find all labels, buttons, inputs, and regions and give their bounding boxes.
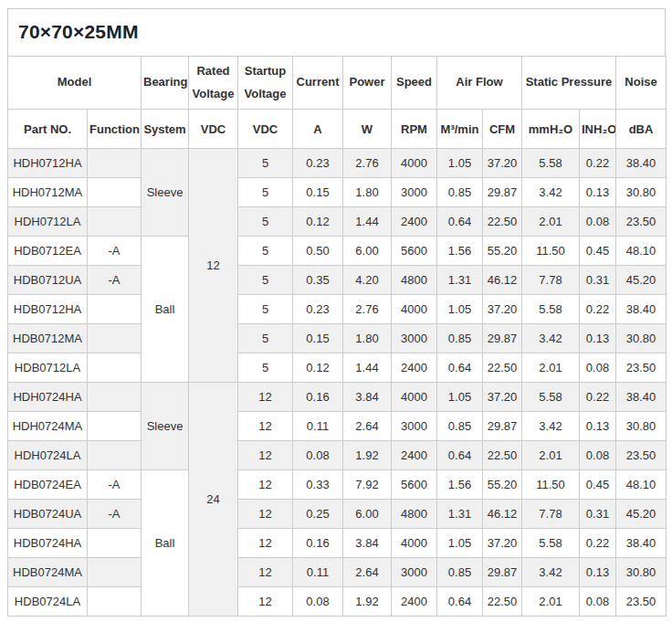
- startup-voltage-cell: 12: [238, 383, 293, 412]
- speed-cell: 3000: [392, 558, 437, 587]
- speed-cell: 4000: [392, 295, 437, 324]
- startup-voltage-cell: 5: [238, 266, 293, 295]
- static-pressure-mmh2o-cell: 3.42: [522, 558, 580, 587]
- airflow-cfm-cell: 46.12: [483, 500, 522, 529]
- static-pressure-mmh2o-cell: 11.50: [522, 470, 580, 500]
- column-header: mmH₂O: [522, 110, 580, 149]
- static-pressure-inh2o-cell: 0.13: [580, 324, 616, 353]
- current-cell: 0.16: [293, 383, 343, 412]
- static-pressure-inh2o-cell: 0.08: [580, 441, 616, 470]
- noise-cell: 38.40: [616, 529, 667, 558]
- function-cell: [88, 529, 142, 558]
- current-cell: 0.12: [293, 353, 343, 383]
- airflow-cfm-cell: 22.50: [483, 353, 522, 383]
- static-pressure-inh2o-cell: 0.31: [580, 266, 616, 295]
- noise-cell: 23.50: [616, 207, 667, 237]
- noise-cell: 30.80: [616, 178, 667, 207]
- current-cell: 0.35: [293, 266, 343, 295]
- power-cell: 1.80: [343, 178, 392, 207]
- startup-voltage-cell: 12: [238, 500, 293, 529]
- function-cell: -A: [88, 470, 142, 500]
- airflow-m3min-cell: 0.85: [437, 178, 483, 207]
- power-cell: 2.64: [343, 412, 392, 441]
- column-group-header: Air Flow: [437, 57, 522, 110]
- part-no-cell: HDH0724LA: [8, 441, 88, 470]
- speed-cell: 4800: [392, 500, 437, 529]
- part-no-cell: HDH0724MA: [8, 412, 88, 441]
- static-pressure-inh2o-cell: 0.13: [580, 558, 616, 587]
- speed-cell: 5600: [392, 470, 437, 500]
- power-cell: 2.64: [343, 558, 392, 587]
- current-cell: 0.11: [293, 412, 343, 441]
- bearing-system-cell: Ball: [142, 237, 189, 383]
- table-row: HDH0724LA120.081.9224000.6422.502.010.08…: [8, 441, 667, 470]
- function-cell: -A: [88, 266, 142, 295]
- static-pressure-inh2o-cell: 0.22: [580, 295, 616, 324]
- column-group-header: Rated Voltage: [189, 57, 238, 110]
- static-pressure-mmh2o-cell: 3.42: [522, 178, 580, 207]
- airflow-cfm-cell: 29.87: [483, 412, 522, 441]
- airflow-cfm-cell: 22.50: [483, 587, 522, 617]
- noise-cell: 23.50: [616, 587, 667, 617]
- function-cell: [88, 412, 142, 441]
- column-header: M³/min: [437, 110, 483, 149]
- airflow-m3min-cell: 1.05: [437, 529, 483, 558]
- table-row: HDH0724HASleeve24120.163.8440001.0537.20…: [8, 383, 667, 412]
- noise-cell: 23.50: [616, 353, 667, 383]
- part-no-cell: HDB0712MA: [8, 324, 88, 353]
- speed-cell: 3000: [392, 324, 437, 353]
- spec-panel: 70×70×25MM ModelBearingRated VoltageStar…: [7, 8, 666, 617]
- part-no-cell: HDH0724HA: [8, 383, 88, 412]
- airflow-m3min-cell: 0.85: [437, 324, 483, 353]
- static-pressure-inh2o-cell: 0.08: [580, 587, 616, 617]
- column-header: W: [343, 110, 392, 149]
- table-row: HDB0724UA-A120.256.0048001.3146.127.780.…: [8, 500, 667, 529]
- noise-cell: 48.10: [616, 237, 667, 266]
- noise-cell: 30.80: [616, 412, 667, 441]
- table-row: HDB0724EA-ABall120.337.9256001.5655.2011…: [8, 470, 667, 500]
- function-cell: [88, 178, 142, 207]
- static-pressure-mmh2o-cell: 2.01: [522, 207, 580, 237]
- static-pressure-inh2o-cell: 0.13: [580, 412, 616, 441]
- part-no-cell: HDB0724EA: [8, 470, 88, 500]
- noise-cell: 30.80: [616, 324, 667, 353]
- column-header: VDC: [189, 110, 238, 149]
- column-group-header: Speed: [392, 57, 437, 110]
- table-row: HDB0712MA50.151.8030000.8529.873.420.133…: [8, 324, 667, 353]
- speed-cell: 3000: [392, 178, 437, 207]
- speed-cell: 2400: [392, 441, 437, 470]
- power-cell: 4.20: [343, 266, 392, 295]
- speed-cell: 4000: [392, 529, 437, 558]
- airflow-cfm-cell: 55.20: [483, 470, 522, 500]
- airflow-cfm-cell: 46.12: [483, 266, 522, 295]
- speed-cell: 2400: [392, 353, 437, 383]
- part-no-cell: HDH0712HA: [8, 149, 88, 178]
- current-cell: 0.08: [293, 441, 343, 470]
- spec-table-body: HDH0712HASleeve1250.232.7640001.0537.205…: [8, 149, 667, 617]
- airflow-cfm-cell: 55.20: [483, 237, 522, 266]
- table-row: HDB0724MA120.112.6430000.8529.873.420.13…: [8, 558, 667, 587]
- startup-voltage-cell: 5: [238, 353, 293, 383]
- table-row: HDH0724MA120.112.6430000.8529.873.420.13…: [8, 412, 667, 441]
- power-cell: 6.00: [343, 500, 392, 529]
- speed-cell: 2400: [392, 207, 437, 237]
- static-pressure-mmh2o-cell: 3.42: [522, 324, 580, 353]
- column-header: dBA: [616, 110, 667, 149]
- part-no-cell: HDB0724UA: [8, 500, 88, 529]
- power-cell: 1.80: [343, 324, 392, 353]
- static-pressure-inh2o-cell: 0.45: [580, 470, 616, 500]
- current-cell: 0.23: [293, 295, 343, 324]
- speed-cell: 4000: [392, 383, 437, 412]
- header-row-units: Part NO.FunctionSystemVDCVDCAWRPMM³/minC…: [8, 110, 667, 149]
- startup-voltage-cell: 12: [238, 441, 293, 470]
- power-cell: 1.92: [343, 587, 392, 617]
- function-cell: [88, 149, 142, 178]
- airflow-m3min-cell: 1.56: [437, 470, 483, 500]
- airflow-m3min-cell: 0.64: [437, 587, 483, 617]
- startup-voltage-cell: 5: [238, 207, 293, 237]
- airflow-cfm-cell: 29.87: [483, 178, 522, 207]
- airflow-cfm-cell: 29.87: [483, 558, 522, 587]
- airflow-m3min-cell: 1.05: [437, 295, 483, 324]
- function-cell: [88, 324, 142, 353]
- airflow-m3min-cell: 0.85: [437, 412, 483, 441]
